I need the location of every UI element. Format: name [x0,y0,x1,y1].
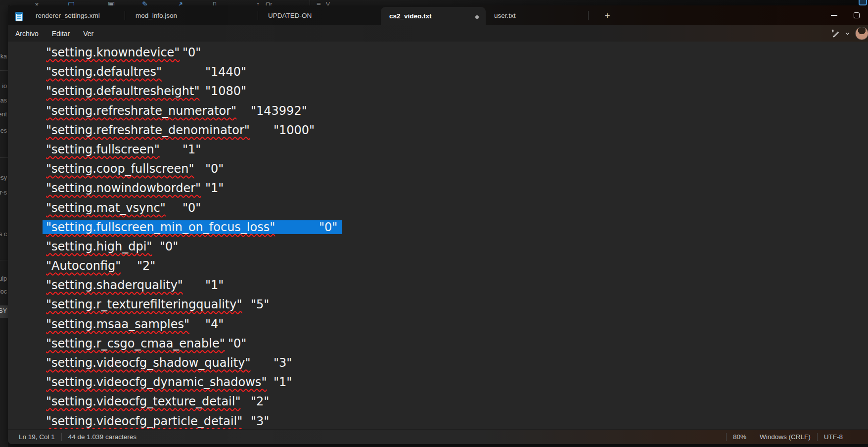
setting-key: "setting.defaultres" [46,65,162,79]
editor-line[interactable]: "setting.knowndevice" "0" [46,43,868,62]
editor-line[interactable]: "setting.msaa_samples" "4" [46,315,868,334]
editor-line[interactable]: "setting.videocfg_shadow_quality" "3" [46,353,868,373]
setting-value: "0" [160,240,178,253]
line-content: "setting.r_csgo_cmaa_enable" "0" [46,337,246,350]
editor-line[interactable]: "setting.coop_fullscreen" "0" [46,159,868,179]
setting-key: "setting.shaderquality" [46,278,183,292]
editor-line[interactable]: "setting.refreshrate_numerator" "143992" [46,101,868,121]
editor-line[interactable]: "setting.videocfg_texture_detail" "2" [46,392,868,411]
tab-label: renderer_settings.xml [36,12,100,19]
editor-line[interactable]: "setting.shaderquality" "1" [46,276,868,295]
line-content: "setting.mat_vsync" "0" [46,201,201,215]
window-controls [822,5,868,25]
setting-key: "Autoconfig" [46,259,121,273]
background-list-item-fragment: uip [0,275,7,282]
delete-icon[interactable]: ▯ [213,0,217,5]
setting-key: "setting.high_dpi" [46,240,152,253]
background-list-item-fragment: esy [0,174,7,181]
setting-key: "setting.videocfg_particle_detail" [46,414,242,428]
line-content: "setting.refreshrate_denominator" "1000" [46,123,315,137]
setting-key: "setting.r_texturefilteringquality" [46,298,242,311]
setting-key: "setting.r_csgo_cmaa_enable" [46,337,225,350]
editor-line[interactable]: "setting.r_csgo_cmaa_enable" "0" [46,334,868,353]
setting-value: "3" [274,356,292,370]
character-count-status: 44 de 1.039 caracteres [62,433,143,441]
chevron-down-icon[interactable] [845,31,850,36]
setting-value: "1440" [205,65,246,79]
menu-ver[interactable]: Ver [83,30,93,38]
editor-line[interactable]: "setting.defaultres" "1440" [46,62,868,82]
editor-line[interactable]: "setting.r_texturefilteringquality" "5" [46,295,868,314]
tab-label: UPDATED-ON [268,12,312,19]
selected-line-content: "setting.fullscreen_min_on_focus_loss" "… [46,220,337,234]
line-content: "setting.knowndevice" "0" [46,46,201,59]
line-content: "Autoconfig" "2" [46,259,155,273]
line-content: "setting.fullscreen" "1" [46,143,201,156]
editor-line[interactable]: "Autoconfig" "2" [46,256,868,276]
setting-key: "setting.videocfg_shadow_quality" [46,356,250,370]
menu-editar[interactable]: Editar [52,30,70,38]
view-icon[interactable]: ≡ [317,0,321,5]
editor-line[interactable]: "setting.fullscreen" "1" [46,140,868,159]
background-list-item-selected[interactable]: OSY [0,305,8,318]
minimize-button[interactable] [822,5,845,25]
menu-archivo[interactable]: Archivo [15,30,39,38]
cursor-position-status: Ln 19, Col 1 [12,433,61,441]
line-content: "setting.r_texturefilteringquality" "5" [46,298,269,311]
sort-icon[interactable]: ↕ [256,0,260,5]
line-content: "setting.nowindowborder" "1" [46,181,224,195]
tab-label: cs2_video.txt [389,12,432,20]
tab-cs2-video-txt[interactable]: cs2_video.txt [381,7,486,25]
sort-label: Or [266,1,272,5]
setting-value: "4" [205,317,224,331]
setting-key: "setting.mat_vsync" [46,201,166,215]
editor-line[interactable]: "setting.mat_vsync" "0" [46,199,868,218]
share-icon[interactable]: ↗ [177,0,183,5]
setting-value: "1" [205,181,224,195]
setting-value: "0" [183,46,201,59]
view-label: V [326,1,330,5]
copy-icon[interactable]: ▢ [68,0,75,5]
editor-line[interactable]: "setting.fullscreen_min_on_focus_loss" "… [46,218,868,237]
setting-key: "setting.videocfg_texture_detail" [46,395,240,408]
background-explorer-toolbar-sliver: ×▢▣✎↗▯↕Or≡V [0,0,868,5]
line-content: "setting.refreshrate_numerator" "143992" [46,104,307,118]
background-list-item-fragment: gas [0,97,7,104]
line-ending-status[interactable]: Windows (CRLF) [753,433,817,441]
editor-line[interactable]: "setting.high_dpi" "0" [46,237,868,256]
editor-line[interactable]: "setting.videocfg_particle_detail" "3" [46,412,868,429]
background-list-item-fragment: es [0,127,7,134]
setting-value: "1" [205,278,224,292]
toolbar-separator [310,0,310,5]
tab-renderer-settings-xml[interactable]: renderer_settings.xml [27,5,125,25]
paste-icon[interactable]: ▣ [108,0,115,5]
line-content: "setting.defaultresheight" "1080" [46,84,246,98]
line-content: "setting.msaa_samples" "4" [46,317,224,331]
maximize-button[interactable] [845,5,868,25]
rename-icon[interactable]: ✎ [142,0,148,5]
setting-value: "3" [251,414,269,428]
editor-line[interactable]: "setting.refreshrate_denominator" "1000" [46,121,868,140]
editor-line[interactable]: "setting.videocfg_dynamic_shadows" "1" [46,373,868,392]
editor-line[interactable]: "setting.defaultresheight" "1080" [46,82,868,101]
zoom-level-status[interactable]: 80% [727,433,753,441]
line-content: "setting.videocfg_particle_detail" "3" [46,414,269,428]
editor-line[interactable]: "setting.nowindowborder" "1" [46,179,868,198]
text-editor[interactable]: "setting.knowndevice" "0""setting.defaul… [8,42,868,429]
encoding-status[interactable]: UTF-8 [818,433,849,441]
cut-icon[interactable]: × [35,0,39,5]
copilot-rewrite-icon[interactable] [830,29,840,38]
line-content: "setting.high_dpi" "0" [46,240,178,253]
notepad-app-icon [15,12,23,21]
setting-value: "0" [228,337,246,350]
background-list-divider [0,157,8,158]
new-tab-button[interactable]: + [600,9,614,22]
tab-mod-info-json[interactable]: mod_info.json [127,5,258,25]
tab-updated-on[interactable]: UPDATED-ON [260,5,379,25]
notepad-window: renderer_settings.xmlmod_info.jsonUPDATE… [8,5,868,444]
background-app-icon-fragment [859,0,867,5]
background-window-left-sliver: kaiogasentesesyr-sas cuiplocOSY [0,0,8,447]
tab-user-txt[interactable]: user.txt [486,5,588,25]
account-avatar[interactable] [855,27,868,40]
tab-separator [125,11,125,20]
